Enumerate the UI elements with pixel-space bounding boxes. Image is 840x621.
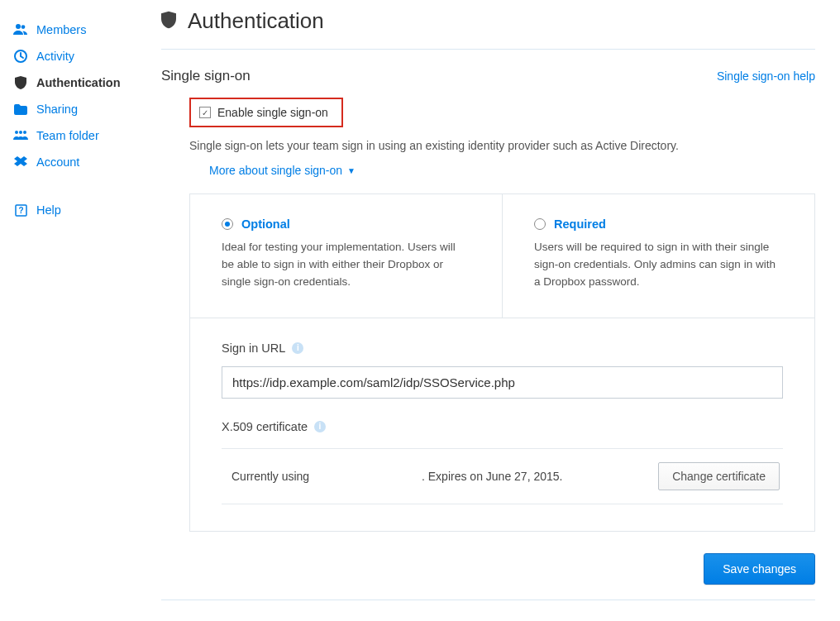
change-certificate-button[interactable]: Change certificate [658, 462, 780, 490]
sidebar-item-label: Members [36, 23, 86, 36]
option-required-desc: Users will be required to sign in with t… [534, 239, 783, 291]
folder-icon [13, 104, 28, 115]
radio-optional[interactable] [222, 218, 233, 230]
signin-url-input[interactable] [222, 366, 783, 399]
option-required-label: Required [554, 217, 606, 231]
option-optional-desc: Ideal for testing your implementation. U… [222, 239, 470, 291]
sso-card: Optional Ideal for testing your implemen… [189, 193, 815, 532]
sidebar-item-team-folder[interactable]: Team folder [8, 122, 145, 149]
sso-option-optional[interactable]: Optional Ideal for testing your implemen… [190, 194, 503, 318]
members-icon [13, 24, 28, 36]
save-changes-button[interactable]: Save changes [704, 553, 815, 585]
activity-icon [13, 50, 28, 63]
sidebar-item-label: Help [36, 203, 61, 217]
sidebar-item-account[interactable]: Account [8, 149, 145, 175]
divider [161, 600, 815, 600]
radio-required[interactable] [534, 218, 546, 230]
info-icon[interactable]: i [314, 421, 326, 432]
sso-description: Single sign-on lets your team sign in us… [189, 139, 815, 152]
info-icon[interactable]: i [292, 342, 303, 354]
sidebar-item-activity[interactable]: Activity [8, 43, 145, 69]
shield-icon [161, 11, 176, 31]
certificate-label: X.509 certificate i [222, 420, 783, 433]
sidebar-item-label: Activity [36, 50, 74, 63]
sso-help-link[interactable]: Single sign-on help [717, 69, 815, 83]
certificate-expires: . Expires on June 27, 2015. [422, 470, 658, 483]
svg-text:?: ? [18, 206, 23, 215]
main-content: Authentication Single sign-on Single sig… [145, 0, 840, 621]
sidebar-item-label: Team folder [36, 129, 99, 142]
more-about-sso-label: More about single sign-on [209, 164, 342, 177]
enable-sso-label: Enable single sign-on [217, 106, 328, 119]
help-icon: ? [13, 204, 28, 217]
sidebar-item-authentication[interactable]: Authentication [8, 69, 145, 96]
chevron-down-icon: ▼ [347, 166, 356, 175]
certificate-currently-using: Currently using [231, 470, 422, 483]
option-optional-label: Optional [241, 217, 290, 231]
certificate-row: Currently using . Expires on June 27, 20… [222, 448, 783, 504]
divider [161, 49, 815, 50]
sidebar: Members Activity Authentication Sharing … [0, 0, 145, 621]
page-title: Authentication [188, 8, 324, 34]
sidebar-item-label: Authentication [36, 76, 121, 89]
shield-icon [13, 76, 28, 89]
sso-section-title: Single sign-on [161, 68, 251, 84]
team-icon [13, 130, 28, 141]
sidebar-item-sharing[interactable]: Sharing [8, 96, 145, 122]
sidebar-item-members[interactable]: Members [8, 17, 145, 43]
sso-option-required[interactable]: Required Users will be required to sign … [503, 194, 814, 318]
dropbox-icon [13, 156, 28, 168]
sidebar-item-label: Account [36, 155, 79, 169]
sidebar-item-label: Sharing [36, 103, 78, 116]
more-about-sso-link[interactable]: More about single sign-on ▼ [209, 164, 815, 177]
enable-sso-checkbox[interactable]: ✓ [199, 107, 211, 118]
sidebar-item-help[interactable]: ? Help [8, 197, 145, 223]
signin-url-label: Sign in URL i [222, 342, 783, 355]
enable-sso-row[interactable]: ✓ Enable single sign-on [189, 98, 343, 127]
